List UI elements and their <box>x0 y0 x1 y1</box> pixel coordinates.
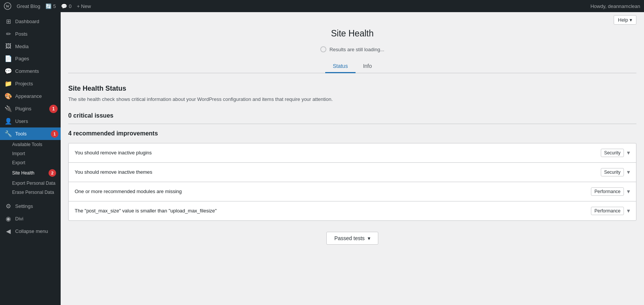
appearance-icon: 🎨 <box>5 93 12 100</box>
sidebar-bottom: ⚙ Settings ◉ Divi ◀ Collapse menu <box>0 200 61 237</box>
comments-icon: 💬 <box>61 3 67 9</box>
issue-right-0: Security ▾ <box>601 149 630 157</box>
chevron-down-icon-passed: ▾ <box>368 235 370 241</box>
passed-tests-section: Passed tests ▾ <box>68 232 636 256</box>
dashboard-icon: ⊞ <box>5 18 12 25</box>
issue-row-3[interactable]: The "post_max_size" value is smaller tha… <box>68 201 636 221</box>
sidebar-item-comments[interactable]: 💬 Comments <box>0 65 61 77</box>
comments-link[interactable]: 💬 0 <box>61 3 71 9</box>
issue-text-3: The "post_max_size" value is smaller tha… <box>75 208 217 214</box>
sidebar-item-users[interactable]: 👤 Users <box>0 115 61 127</box>
issue-row-0[interactable]: You should remove inactive plugins Secur… <box>68 143 636 163</box>
submenu-import[interactable]: Import <box>0 149 61 158</box>
chevron-down-icon-0: ▾ <box>627 149 630 156</box>
chevron-down-icon-3: ▾ <box>627 207 630 214</box>
tools-submenu: Available Tools Import Export Site Healt… <box>0 140 61 197</box>
divi-icon: ◉ <box>5 215 12 222</box>
section-heading: Site Health Status <box>68 85 636 93</box>
tab-status[interactable]: Status <box>325 60 356 73</box>
howdy-text: Howdy, deannamclean <box>591 3 640 9</box>
submenu-export-personal-data[interactable]: Export Personal Data <box>0 179 61 188</box>
chevron-down-icon-2: ▾ <box>627 188 630 195</box>
sidebar-item-settings[interactable]: ⚙ Settings <box>0 200 61 212</box>
tab-info[interactable]: Info <box>356 60 379 73</box>
issues-list: You should remove inactive plugins Secur… <box>68 143 636 221</box>
sidebar-item-projects[interactable]: 📁 Projects <box>0 77 61 90</box>
sidebar: ⊞ Dashboard ✏ Posts 🖼 Media 📄 Pages 💬 Co… <box>0 12 61 305</box>
users-icon: 👤 <box>5 118 12 125</box>
page-title: Site Health <box>68 28 636 39</box>
issue-text-2: One or more recommended modules are miss… <box>75 189 182 194</box>
site-name[interactable]: Great Blog <box>17 3 40 9</box>
pages-icon: 📄 <box>5 55 12 62</box>
chevron-down-icon: ▾ <box>630 17 632 23</box>
issue-tag-0: Security <box>601 149 624 157</box>
loading-text: Results are still loading... <box>329 47 384 52</box>
projects-icon: 📁 <box>5 80 12 87</box>
svg-text:W: W <box>6 4 9 8</box>
comments-icon: 💬 <box>5 68 12 75</box>
issue-row-2[interactable]: One or more recommended modules are miss… <box>68 182 636 201</box>
plugins-badge: 1 <box>49 105 58 113</box>
issue-right-3: Performance ▾ <box>591 207 630 215</box>
help-bar: Help ▾ <box>61 12 644 25</box>
issue-tag-3: Performance <box>591 207 624 215</box>
issue-text-1: You should remove inactive themes <box>75 169 152 175</box>
admin-bar-left: W Great Blog 🔄 5 💬 0 + New <box>4 2 91 10</box>
issue-text-0: You should remove inactive plugins <box>75 150 152 156</box>
tabs: Status Info <box>68 60 636 73</box>
submenu-site-health[interactable]: Site Health 2 <box>0 167 61 179</box>
issue-right-1: Security ▾ <box>601 168 630 176</box>
tools-icon: 🔧 <box>5 130 12 137</box>
sidebar-item-tools[interactable]: 🔧 Tools 1 <box>0 127 61 140</box>
new-content-button[interactable]: + New <box>77 3 91 9</box>
content-area: Site Health Status The site health check… <box>68 85 636 256</box>
sidebar-item-divi[interactable]: ◉ Divi <box>0 212 61 225</box>
chevron-down-icon-1: ▾ <box>627 168 630 176</box>
sidebar-item-media[interactable]: 🖼 Media <box>0 40 61 52</box>
issue-right-2: Performance ▾ <box>591 187 630 196</box>
sidebar-item-appearance[interactable]: 🎨 Appearance <box>0 90 61 102</box>
posts-icon: ✏ <box>5 30 12 38</box>
plugins-icon: 🔌 <box>5 105 12 112</box>
issue-tag-2: Performance <box>591 187 624 196</box>
wp-logo[interactable]: W <box>4 2 11 10</box>
sidebar-item-posts[interactable]: ✏ Posts <box>0 28 61 40</box>
issue-tag-1: Security <box>601 168 624 176</box>
loading-circle <box>320 46 326 52</box>
issue-row-1[interactable]: You should remove inactive themes Securi… <box>68 162 636 182</box>
passed-tests-button[interactable]: Passed tests ▾ <box>326 232 378 245</box>
loading-indicator: Results are still loading... <box>68 46 636 52</box>
layout: ⊞ Dashboard ✏ Posts 🖼 Media 📄 Pages 💬 Co… <box>0 12 644 305</box>
sidebar-item-pages[interactable]: 📄 Pages <box>0 52 61 65</box>
admin-bar: W Great Blog 🔄 5 💬 0 + New Howdy, deanna… <box>0 0 644 12</box>
critical-issues-count: 0 critical issues <box>68 112 636 124</box>
sidebar-item-plugins[interactable]: 🔌 Plugins 1 <box>0 102 61 115</box>
updates-link[interactable]: 🔄 5 <box>45 3 56 9</box>
main-content: Help ▾ Site Health Results are still loa… <box>61 12 644 305</box>
collapse-icon: ◀ <box>5 228 12 235</box>
settings-icon: ⚙ <box>5 203 12 210</box>
site-health-badge: 2 <box>49 169 56 177</box>
submenu-available-tools[interactable]: Available Tools <box>0 140 61 149</box>
recommended-improvements-count: 4 recommended improvements <box>68 130 636 137</box>
sidebar-item-collapse[interactable]: ◀ Collapse menu <box>0 225 61 237</box>
admin-bar-right: Howdy, deannamclean <box>591 3 640 9</box>
section-description: The site health check shows critical inf… <box>68 96 636 103</box>
tools-badge: 1 <box>51 130 58 138</box>
media-icon: 🖼 <box>5 43 12 50</box>
passed-tests-label: Passed tests <box>334 235 365 241</box>
main-inner: Site Health Results are still loading...… <box>61 25 644 264</box>
updates-icon: 🔄 <box>45 3 52 9</box>
sidebar-item-dashboard[interactable]: ⊞ Dashboard <box>0 15 61 28</box>
submenu-erase-personal-data[interactable]: Erase Personal Data <box>0 188 61 197</box>
submenu-export[interactable]: Export <box>0 158 61 167</box>
help-button[interactable]: Help ▾ <box>614 15 636 25</box>
